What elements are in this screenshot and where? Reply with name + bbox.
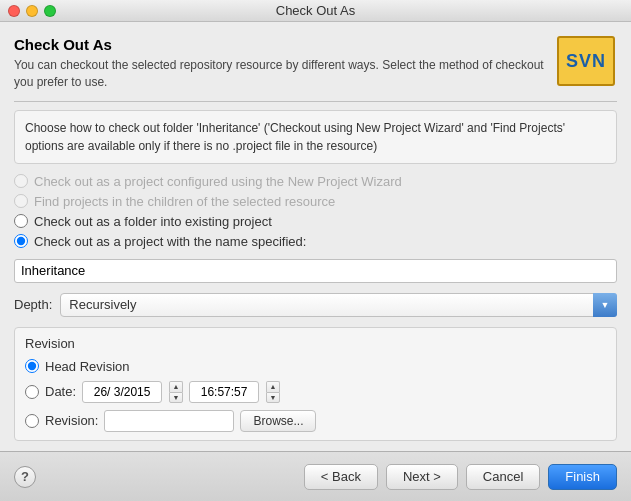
header-text: Check Out As You can checkout the select… [14, 36, 547, 91]
close-button[interactable] [8, 5, 20, 17]
window-title: Check Out As [276, 3, 355, 18]
header-description: You can checkout the selected repository… [14, 57, 547, 91]
header-title: Check Out As [14, 36, 547, 53]
radio-item-4[interactable]: Check out as a project with the name spe… [14, 234, 617, 249]
time-spinner: ▲ ▼ [266, 381, 280, 403]
revision-row-head[interactable]: Head Revision [25, 359, 606, 374]
time-spinner-down[interactable]: ▼ [266, 392, 280, 403]
radio-label-1: Check out as a project configured using … [34, 174, 402, 189]
date-spinner-up[interactable]: ▲ [169, 381, 183, 392]
bottom-buttons: < Back Next > Cancel Finish [304, 464, 617, 490]
radio-revision-number[interactable] [25, 414, 39, 428]
main-content: Check Out As You can checkout the select… [0, 22, 631, 441]
svn-logo-text: SVN [566, 51, 606, 72]
radio-date[interactable] [25, 385, 39, 399]
radio-input-1[interactable] [14, 174, 28, 188]
date-spinner: ▲ ▼ [169, 381, 183, 403]
radio-input-4[interactable] [14, 234, 28, 248]
cancel-button[interactable]: Cancel [466, 464, 540, 490]
revision-options: Head Revision Date: ▲ ▼ ▲ ▼ [25, 359, 606, 432]
date-label: Date: [45, 384, 76, 399]
depth-select[interactable]: Recursively Immediates Files Empty [60, 293, 617, 317]
depth-select-wrapper: Recursively Immediates Files Empty [60, 293, 617, 317]
time-input[interactable] [189, 381, 259, 403]
date-input[interactable] [82, 381, 162, 403]
checkout-options: Check out as a project configured using … [14, 174, 617, 249]
separator-top [14, 101, 617, 102]
project-name-input[interactable] [14, 259, 617, 283]
radio-label-3: Check out as a folder into existing proj… [34, 214, 272, 229]
next-button[interactable]: Next > [386, 464, 458, 490]
date-spinner-down[interactable]: ▼ [169, 392, 183, 403]
revision-section: Revision Head Revision Date: ▲ ▼ ▲ ▼ [14, 327, 617, 441]
traffic-lights [8, 5, 56, 17]
svn-logo: SVN [557, 36, 617, 88]
revision-title: Revision [25, 336, 606, 351]
depth-label: Depth: [14, 297, 52, 312]
time-spinner-up[interactable]: ▲ [266, 381, 280, 392]
back-button[interactable]: < Back [304, 464, 378, 490]
radio-head-revision[interactable] [25, 359, 39, 373]
maximize-button[interactable] [44, 5, 56, 17]
revision-row-date[interactable]: Date: ▲ ▼ ▲ ▼ [25, 381, 606, 403]
header-section: Check Out As You can checkout the select… [14, 36, 617, 91]
depth-row: Depth: Recursively Immediates Files Empt… [14, 293, 617, 317]
bottom-left: ? [14, 466, 36, 488]
finish-button[interactable]: Finish [548, 464, 617, 490]
head-revision-label: Head Revision [45, 359, 130, 374]
minimize-button[interactable] [26, 5, 38, 17]
revision-number-label: Revision: [45, 413, 98, 428]
revision-number-input[interactable] [104, 410, 234, 432]
radio-input-2[interactable] [14, 194, 28, 208]
radio-item-3[interactable]: Check out as a folder into existing proj… [14, 214, 617, 229]
bottom-bar: ? < Back Next > Cancel Finish [0, 451, 631, 501]
radio-label-2: Find projects in the children of the sel… [34, 194, 335, 209]
svn-logo-inner: SVN [557, 36, 615, 86]
browse-button[interactable]: Browse... [240, 410, 316, 432]
radio-label-4: Check out as a project with the name spe… [34, 234, 306, 249]
revision-row-number[interactable]: Revision: Browse... [25, 410, 606, 432]
description-box: Choose how to check out folder 'Inherita… [14, 110, 617, 164]
radio-input-3[interactable] [14, 214, 28, 228]
title-bar: Check Out As [0, 0, 631, 22]
help-button[interactable]: ? [14, 466, 36, 488]
radio-item-1[interactable]: Check out as a project configured using … [14, 174, 617, 189]
radio-item-2[interactable]: Find projects in the children of the sel… [14, 194, 617, 209]
